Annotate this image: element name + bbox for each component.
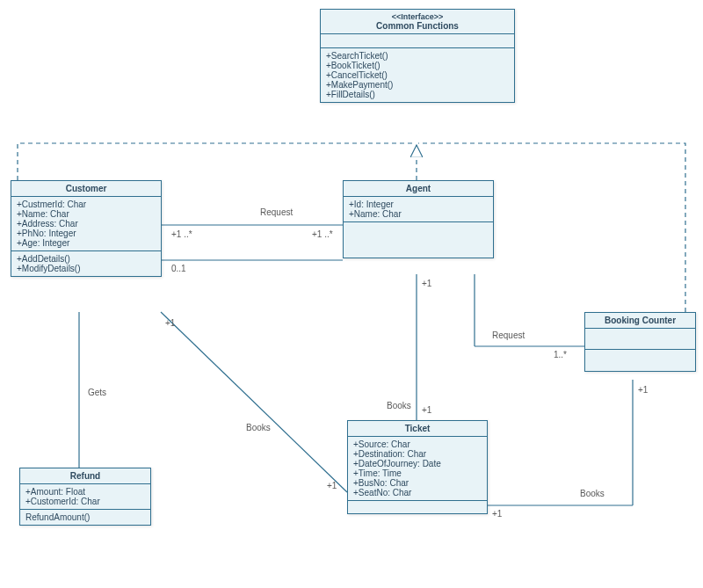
ticket-attr: +BusNo: Char bbox=[353, 478, 482, 488]
interface-method: +BookTicket() bbox=[326, 61, 509, 70]
label-books-bc: Books bbox=[580, 489, 605, 498]
interface-method: +MakePayment() bbox=[326, 80, 509, 90]
ticket-attr: +SeatNo: Char bbox=[353, 488, 482, 497]
ticket-title: Ticket bbox=[348, 421, 487, 437]
customer-method: +AddDetails() bbox=[17, 254, 156, 264]
label-gets: Gets bbox=[88, 388, 106, 397]
customer-title: Customer bbox=[11, 181, 161, 197]
interface-title: Common Functions bbox=[326, 21, 509, 31]
label-books-cust: Books bbox=[246, 423, 271, 432]
agent-title: Agent bbox=[344, 181, 493, 197]
class-refund[interactable]: Refund +Amount: Float +CustomerId: Char … bbox=[19, 468, 151, 526]
customer-attr: +Age: Integer bbox=[17, 238, 156, 248]
class-booking-counter[interactable]: Booking Counter bbox=[584, 312, 696, 372]
customer-attr: +PhNo: Integer bbox=[17, 229, 156, 238]
mult-cust-agent-left: +1 ..* bbox=[171, 229, 192, 239]
interface-method: +CancelTicket() bbox=[326, 70, 509, 80]
mult-bc-ticket-left: +1 bbox=[492, 509, 503, 519]
mult-cust-agent2-left: 0..1 bbox=[171, 264, 186, 273]
svg-line-3 bbox=[161, 312, 347, 492]
interface-stereotype: <<Interface>> bbox=[326, 12, 509, 21]
refund-method: RefundAmount() bbox=[25, 512, 145, 522]
customer-method: +ModifyDetails() bbox=[17, 264, 156, 273]
customer-attr: +Name: Char bbox=[17, 209, 156, 219]
mult-agent-bc: 1..* bbox=[554, 350, 567, 359]
ticket-attr: +Destination: Char bbox=[353, 449, 482, 459]
mult-cust-agent-right: +1 ..* bbox=[312, 229, 333, 239]
interface-method: +SearchTicket() bbox=[326, 51, 509, 61]
customer-attr: +CustmerId: Char bbox=[17, 200, 156, 209]
label-books-agent: Books bbox=[387, 401, 411, 410]
customer-attr: +Address: Char bbox=[17, 219, 156, 229]
refund-attr: +CustomerId: Char bbox=[25, 497, 145, 506]
ticket-attr: +Source: Char bbox=[353, 439, 482, 449]
mult-cust-ticket-bot: +1 bbox=[327, 481, 337, 490]
mult-cust-ticket-top: +1 bbox=[165, 318, 176, 328]
label-request-2: Request bbox=[492, 330, 525, 340]
mult-agent-ticket-top: +1 bbox=[422, 279, 432, 288]
booking-counter-title: Booking Counter bbox=[585, 313, 695, 329]
refund-attr: +Amount: Float bbox=[25, 487, 145, 497]
ticket-attr: +DateOfJourney: Date bbox=[353, 459, 482, 468]
class-interface-common-functions[interactable]: <<Interface>> Common Functions +SearchTi… bbox=[320, 9, 515, 103]
ticket-attr: +Time: Time bbox=[353, 468, 482, 478]
interface-method: +FillDetails() bbox=[326, 90, 509, 99]
class-customer[interactable]: Customer +CustmerId: Char +Name: Char +A… bbox=[11, 180, 162, 277]
refund-title: Refund bbox=[20, 468, 150, 484]
mult-agent-ticket-bot: +1 bbox=[422, 405, 432, 415]
agent-attr: +Name: Char bbox=[349, 209, 488, 219]
mult-bc-ticket-top: +1 bbox=[638, 385, 649, 395]
label-request-1: Request bbox=[260, 207, 293, 217]
agent-attr: +Id: Integer bbox=[349, 200, 488, 209]
class-agent[interactable]: Agent +Id: Integer +Name: Char bbox=[343, 180, 494, 258]
class-ticket[interactable]: Ticket +Source: Char +Destination: Char … bbox=[347, 420, 488, 514]
